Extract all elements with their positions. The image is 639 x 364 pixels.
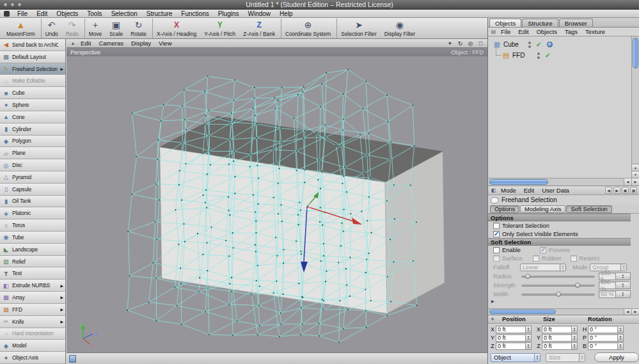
sidebar-item-make-editable[interactable]: ◇ Make Editable: [0, 75, 65, 87]
maximize-view-icon[interactable]: [477, 40, 485, 47]
sidebar-item-polygon[interactable]: ◆ Polygon: [0, 136, 65, 148]
viewport-back-icon[interactable]: [69, 41, 77, 45]
sidebar-item-array[interactable]: ▦ Array: [0, 292, 65, 304]
position-z-field[interactable]: [496, 343, 525, 349]
sidebar-item-cone[interactable]: ▲ Cone: [0, 111, 65, 123]
phong-tag-icon[interactable]: [547, 42, 553, 47]
toolbar-button-y-axis-pitch[interactable]: Y Y-Axis / Pitch: [200, 19, 239, 38]
sidebar-item-cylinder[interactable]: ▮ Cylinder: [0, 123, 65, 136]
app-logo-icon[interactable]: [4, 11, 10, 17]
viewport-menu-cameras[interactable]: Cameras: [95, 40, 127, 47]
toolbar-button-rotate[interactable]: ↻ Rotate: [127, 19, 150, 38]
menu-window[interactable]: Window: [244, 10, 276, 18]
objects-horizontal-scrollbar[interactable]: [488, 178, 639, 186]
menu-plugins[interactable]: Plugins: [214, 10, 244, 18]
stepper-icon[interactable]: [615, 273, 631, 280]
sidebar-item-ffd[interactable]: ▤ FFD: [0, 304, 65, 316]
rotation-h-field[interactable]: [588, 326, 617, 333]
scroll-down-icon[interactable]: [632, 171, 639, 178]
slider-knob[interactable]: [575, 283, 580, 288]
stepper-icon[interactable]: [571, 326, 577, 333]
history-back-icon[interactable]: [605, 187, 612, 194]
toolbar-button-x-axis-heading[interactable]: X X-Axis / Heading: [152, 19, 200, 38]
enable-checkbox[interactable]: [493, 247, 500, 253]
lock-icon[interactable]: [622, 187, 629, 194]
stepper-icon[interactable]: [615, 291, 631, 297]
viewport-menu-display[interactable]: Display: [127, 40, 155, 47]
zoom-button[interactable]: [17, 3, 22, 7]
stepper-icon[interactable]: [571, 343, 577, 349]
tab-structure[interactable]: Structure: [522, 19, 558, 27]
only-select-visible-checkbox[interactable]: [493, 231, 500, 237]
stepper-icon[interactable]: [525, 326, 531, 333]
menu-structure[interactable]: Structure: [142, 10, 177, 18]
expander-arrow-icon[interactable]: [488, 299, 631, 304]
preview-checkbox[interactable]: [540, 247, 546, 253]
toolbar-button-maxonform[interactable]: ▲ MaxonForm: [3, 19, 39, 38]
rubber-checkbox[interactable]: [533, 255, 539, 262]
width-slider[interactable]: [520, 290, 596, 298]
stepper-icon[interactable]: [617, 335, 623, 341]
menu-objects[interactable]: Objects: [52, 10, 83, 18]
pan-view-icon[interactable]: [446, 40, 454, 47]
history-forward-icon[interactable]: [613, 187, 620, 194]
minimize-button[interactable]: [10, 3, 15, 7]
size-x-field[interactable]: [542, 326, 571, 333]
sidebar-item-freehand-selection[interactable]: ✎ Freehand Selection: [0, 63, 65, 75]
sidebar-item-oil-tank[interactable]: ▮ Oil Tank: [0, 196, 65, 208]
sidebar-item-capsule[interactable]: ▯ Capsule: [0, 184, 65, 196]
mode-dropdown[interactable]: Group: [590, 264, 627, 271]
sidebar-item-knife[interactable]: ✂ Knife: [0, 316, 65, 328]
object-name-ffd[interactable]: FFD: [512, 52, 532, 59]
falloff-dropdown[interactable]: Linear: [520, 264, 566, 271]
scroll-right-icon[interactable]: [631, 178, 639, 186]
size-z-field[interactable]: [542, 343, 571, 349]
scrollbar-thumb[interactable]: [489, 179, 548, 185]
sidebar-item-disc[interactable]: ◎ Disc: [0, 159, 65, 171]
sidebar-item-sphere[interactable]: ● Sphere: [0, 99, 65, 111]
viewport-menu-edit[interactable]: Edit: [77, 40, 95, 47]
close-button[interactable]: [3, 3, 8, 7]
enabled-check-icon[interactable]: [545, 52, 550, 59]
3d-scene[interactable]: YZX: [67, 56, 487, 352]
sidebar-item-hard-interpolation[interactable]: ≈ Hard Interpolation: [0, 328, 65, 340]
stepper-icon[interactable]: [525, 335, 531, 341]
objects-menu-objects[interactable]: Objects: [533, 28, 561, 35]
rotate-view-icon[interactable]: [456, 40, 464, 47]
sidebar-item-torus[interactable]: ○ Torus: [0, 219, 65, 232]
sidebar-item-text[interactable]: T Text: [0, 267, 65, 280]
stepper-icon[interactable]: [617, 343, 623, 349]
sidebar-item-extrude-nurbs[interactable]: ◧ Extrude NURBS: [0, 280, 65, 292]
attributes-menu-mode[interactable]: Mode: [497, 187, 520, 194]
attributes-menu-edit[interactable]: Edit: [520, 187, 538, 194]
stepper-icon[interactable]: [615, 282, 631, 289]
sidebar-item-tube[interactable]: ◉ Tube: [0, 232, 65, 244]
tab-modeling-axis[interactable]: Modeling Axis: [520, 205, 565, 213]
toolbar-button-display-filter[interactable]: ◉ Display Filter: [381, 19, 419, 38]
tab-soft-selection[interactable]: Soft Selection: [566, 205, 611, 213]
toolbar-button-move[interactable]: + Move: [84, 19, 106, 38]
slider-knob[interactable]: [525, 274, 530, 279]
objects-menu-tags[interactable]: Tags: [561, 28, 581, 35]
size-dropdown[interactable]: Size: [546, 353, 585, 362]
sidebar-item-default-layout[interactable]: ▦ Default Layout: [0, 51, 65, 63]
stepper-icon[interactable]: [617, 326, 623, 333]
objects-menu-edit[interactable]: Edit: [514, 28, 532, 35]
attributes-menu-user-data[interactable]: User Data: [538, 187, 573, 194]
sidebar-item-model[interactable]: ◆ Model: [0, 340, 65, 352]
strength-field[interactable]: 100 %: [599, 281, 631, 289]
menu-functions[interactable]: Functions: [177, 10, 213, 18]
radius-slider[interactable]: [520, 273, 596, 280]
viewport-menu-view[interactable]: View: [155, 40, 175, 47]
rotation-b-field[interactable]: [588, 343, 617, 349]
scroll-right-icon[interactable]: [631, 309, 639, 315]
toolbar-button-selection-filter[interactable]: ➤ Selection Filter: [336, 19, 380, 38]
menu-edit[interactable]: Edit: [32, 10, 52, 18]
scroll-left-icon[interactable]: [624, 309, 631, 315]
enabled-check-icon[interactable]: [536, 41, 541, 48]
sidebar-item-cube[interactable]: ■ Cube: [0, 87, 65, 99]
position-x-field[interactable]: [496, 326, 525, 333]
tab-objects[interactable]: Objects: [489, 19, 521, 27]
toolbar-button-coordinate-system[interactable]: ⊕ Coordinate System: [281, 19, 335, 38]
tree-row-ffd[interactable]: ▤ FFD: [488, 50, 550, 61]
